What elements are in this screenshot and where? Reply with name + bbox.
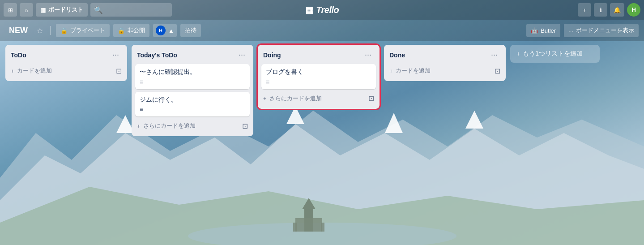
- bell-icon: 🔔: [614, 7, 621, 13]
- star-button[interactable]: ☆: [35, 25, 45, 37]
- card-gym[interactable]: ジムに行く。 ≡: [135, 92, 250, 117]
- card-confirm[interactable]: 〜さんに確認提出。 ≡: [135, 64, 250, 89]
- todays-todo-add-card-button[interactable]: + さらにカードを追加: [135, 119, 240, 133]
- done-add-card-label: カードを追加: [396, 67, 431, 75]
- todo-add-card-row: + カードを追加 ⊡: [9, 64, 124, 77]
- avatar[interactable]: H: [627, 3, 640, 17]
- list-doing: Doing ··· ブログを書く ≡ + さらにカードを追加 ⊡: [258, 45, 380, 109]
- grid-icon: ⊞: [8, 7, 13, 13]
- dots-icon: ···: [568, 27, 573, 34]
- doing-add-card-row: + さらにカードを追加 ⊡: [261, 92, 376, 105]
- trello-logo-icon: ▦: [305, 4, 314, 15]
- doing-add-card-button[interactable]: + さらにカードを追加: [261, 92, 367, 105]
- butler-button[interactable]: 🤖 Butler: [526, 24, 560, 37]
- board-list-icon: ▦: [40, 7, 46, 13]
- card-blog-text: ブログを書く: [266, 68, 371, 77]
- board-list-label: ボードリスト: [48, 6, 83, 14]
- privacy-label: プライベート: [70, 26, 105, 34]
- template-icon2: ⊡: [242, 122, 248, 130]
- info-button[interactable]: ℹ: [594, 3, 607, 17]
- template-icon3: ⊡: [368, 95, 374, 102]
- plus-icon4: +: [389, 68, 393, 74]
- template-icon4: ⊡: [495, 67, 500, 75]
- header-right: 🤖 Butler ··· ボードメニューを表示: [526, 24, 639, 37]
- home-button[interactable]: ⌂: [20, 3, 33, 17]
- list-done-header: Done ···: [388, 48, 502, 61]
- home-icon: ⌂: [25, 7, 28, 13]
- board-title[interactable]: NEW: [5, 24, 31, 37]
- workspace-members-button[interactable]: H ▲: [153, 24, 177, 37]
- invite-button[interactable]: 招待: [180, 24, 201, 37]
- todays-todo-add-card-row: + さらにカードを追加 ⊡: [135, 119, 250, 133]
- butler-label: Butler: [541, 27, 556, 34]
- add-more-label: さらにカードを追加: [143, 122, 196, 130]
- lock-icon: 🔒: [60, 27, 68, 34]
- grid-icon-button[interactable]: ⊞: [4, 3, 17, 17]
- list-done-menu-button[interactable]: ···: [488, 49, 500, 60]
- doing-add-more-label: さらにカードを追加: [269, 95, 322, 103]
- add-icon: +: [583, 7, 586, 13]
- board-list-button[interactable]: ▦ ボードリスト: [36, 3, 88, 17]
- trello-logo: ▦ Trello: [305, 4, 339, 15]
- notifications-button[interactable]: 🔔: [610, 3, 624, 17]
- list-todays-todo-menu-button[interactable]: ···: [236, 49, 248, 60]
- add-list-label: もう1つリストを追加: [523, 50, 583, 58]
- card-gym-text: ジムに行く。: [140, 95, 245, 104]
- card-confirm-icon: ≡: [140, 78, 245, 86]
- info-icon: ℹ: [600, 7, 602, 13]
- up-arrow-icon: ▲: [168, 27, 174, 34]
- list-todays-todo: Today's ToDo ··· 〜さんに確認提出。 ≡ ジムに行く。 ≡ + …: [132, 45, 253, 136]
- divider: [50, 26, 51, 35]
- list-todays-todo-title: Today's ToDo: [137, 52, 236, 59]
- list-doing-header: Doing ···: [261, 48, 376, 61]
- list-todo-title: ToDo: [11, 52, 110, 59]
- card-confirm-text: 〜さんに確認提出。: [140, 68, 245, 77]
- lists-area: ToDo ··· + カードを追加 ⊡ Today's ToDo ··· 〜さん…: [0, 41, 644, 245]
- add-button[interactable]: +: [578, 3, 591, 17]
- plus-icon: +: [11, 68, 14, 74]
- done-add-card-button[interactable]: + カードを追加: [388, 64, 493, 77]
- plus-icon5: +: [516, 50, 520, 57]
- done-add-card-row: + カードを追加 ⊡: [388, 64, 502, 77]
- list-done: Done ··· + カードを追加 ⊡: [384, 45, 506, 81]
- trello-logo-text: Trello: [316, 5, 339, 15]
- search-input[interactable]: [106, 7, 168, 13]
- todays-todo-template-button[interactable]: ⊡: [240, 120, 250, 132]
- search-box: 🔍: [90, 3, 172, 17]
- list-doing-menu-button[interactable]: ···: [362, 49, 374, 60]
- workspace-avatar: H: [156, 26, 166, 35]
- lock2-icon: 🔒: [118, 27, 125, 34]
- invite-label: 招待: [185, 26, 196, 34]
- nav-right-area: + ℹ 🔔 H: [578, 3, 640, 17]
- list-done-title: Done: [389, 52, 488, 59]
- board-menu-label: ボードメニューを表示: [576, 26, 634, 34]
- template-icon: ⊡: [116, 67, 122, 75]
- todo-add-card-button[interactable]: + カードを追加: [9, 64, 114, 77]
- board-menu-button[interactable]: ··· ボードメニューを表示: [564, 24, 639, 37]
- butler-icon: 🤖: [531, 27, 538, 34]
- star-icon: ☆: [37, 27, 43, 34]
- list-todo-header: ToDo ···: [9, 48, 124, 61]
- card-blog-icon: ≡: [266, 78, 371, 86]
- card-gym-icon: ≡: [140, 106, 245, 113]
- privacy-button[interactable]: 🔒 プライベート: [56, 24, 110, 37]
- add-list-button[interactable]: + もう1つリストを追加: [510, 45, 600, 63]
- add-card-label: カードを追加: [17, 67, 52, 75]
- list-todo: ToDo ··· + カードを追加 ⊡: [5, 45, 127, 81]
- list-todays-todo-header: Today's ToDo ···: [135, 48, 250, 61]
- list-doing-title: Doing: [263, 52, 362, 59]
- doing-template-button[interactable]: ⊡: [367, 92, 376, 104]
- plus-icon2: +: [137, 123, 141, 129]
- card-blog[interactable]: ブログを書く ≡: [261, 64, 376, 89]
- search-icon: 🔍: [94, 6, 103, 14]
- plus-icon3: +: [263, 95, 267, 102]
- visibility-label: 非公開: [128, 26, 145, 34]
- done-template-button[interactable]: ⊡: [493, 65, 502, 77]
- list-todo-menu-button[interactable]: ···: [110, 49, 122, 60]
- visibility-button[interactable]: 🔒 非公開: [113, 24, 149, 37]
- todo-template-button[interactable]: ⊡: [114, 65, 124, 77]
